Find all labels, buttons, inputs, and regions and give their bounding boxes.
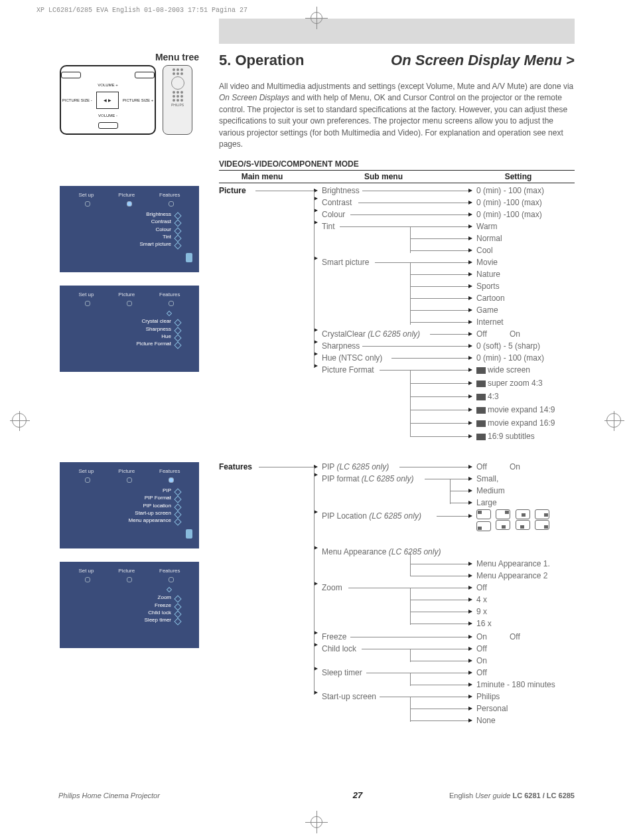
set-smart-internet: Internet — [476, 317, 504, 327]
header-slab — [219, 19, 575, 44]
set-zoom-off: Off — [476, 583, 487, 592]
set-smart-nature: Nature — [476, 270, 500, 279]
sub-piploc: PIP Location (LC 6285 only) — [322, 511, 421, 521]
main-picture: Picture — [219, 186, 246, 195]
sub-contrast: Contrast — [322, 198, 352, 207]
set-pfmt-subtitles: 16:9 subtitles — [476, 432, 535, 441]
menu-tree: Picture Brightness 0 (min) - 100 (max) C… — [219, 183, 575, 734]
sub-pip: PIP (LC 6285 only) — [322, 462, 389, 471]
sub-smart: Smart picture — [322, 258, 369, 267]
set-pfmt-43: 4:3 — [476, 392, 499, 401]
print-header: XP LC6281/6285 EVA English 01-08-2003 17… — [36, 7, 247, 14]
hdr-main: Main menu — [219, 172, 305, 181]
set-zoom-4: 4 x — [476, 595, 487, 604]
device-thumbnail: VOLUME + PICTURE SIZE - ◀ ▶ PICTURE SIZE… — [60, 65, 199, 138]
sub-brightness: Brightness — [322, 186, 360, 195]
hdr-sub: Sub menu — [305, 172, 462, 181]
set-pfmt-149: movie expand 14:9 — [476, 405, 555, 414]
sub-crystal: CrystalClear (LC 6285 only) — [322, 329, 420, 339]
remote-thumbnail: PHILIPS — [163, 65, 192, 135]
sub-tint: Tint — [322, 222, 335, 231]
intro-paragraph: All video and Multimedia adjustments and… — [219, 81, 575, 150]
footer-page: 27 — [353, 790, 362, 800]
sub-hue: Hue (NTSC only) — [322, 353, 382, 363]
set-sleep-off: Off — [476, 668, 487, 677]
sub-sleep: Sleep timer — [322, 668, 362, 677]
set-freeze-off: Off — [510, 632, 520, 641]
footer-right: English User guide LC 6281 / LC 6285 — [449, 792, 575, 799]
osd-thumb-picture-1: Set upPictureFeatures BrightnessContrast… — [60, 186, 199, 272]
set-pip-on: On — [510, 462, 520, 471]
set-smart-cartoon: Cartoon — [476, 294, 505, 303]
set-child-off: Off — [476, 644, 487, 653]
set-pipfmt-small: Small, — [476, 474, 498, 483]
sub-menuapp: Menu Appearance (LC 6285 only) — [322, 547, 441, 556]
set-piploc-icons — [476, 509, 552, 531]
set-sleep-range: 1minute - 180 minutes — [476, 680, 555, 689]
sub-startup: Start-up screen — [322, 692, 376, 701]
set-crystal-off: Off — [476, 329, 487, 339]
set-hue: 0 (min) - 100 (max) — [476, 353, 544, 363]
set-freeze-on: On — [476, 632, 487, 641]
page-heading: 5. Operation On Screen Display Menu > — [219, 52, 575, 69]
page-footer: Philips Home Cinema Projector 27 English… — [58, 790, 575, 800]
set-pipfmt-med: Medium — [476, 486, 505, 495]
sub-child: Child lock — [322, 644, 356, 653]
set-smart-sports: Sports — [476, 282, 500, 291]
set-startup-philips: Philips — [476, 692, 500, 701]
hdr-setting: Setting — [462, 172, 575, 181]
sub-colour: Colour — [322, 210, 345, 219]
sub-zoom: Zoom — [322, 583, 342, 592]
set-tint-cool: Cool — [476, 246, 493, 255]
set-pip-off: Off — [476, 462, 487, 471]
set-colour: 0 (min) -100 (max) — [476, 210, 542, 219]
set-brightness: 0 (min) - 100 (max) — [476, 186, 544, 195]
set-tint-normal: Normal — [476, 234, 502, 243]
tree-header: Main menu Sub menu Setting — [219, 170, 575, 183]
set-menuapp-2: Menu Appearance 2 — [476, 571, 547, 580]
set-menuapp-1: Menu Appearance 1. — [476, 559, 550, 568]
set-tint-warm: Warm — [476, 222, 498, 231]
set-zoom-16: 16 x — [476, 619, 492, 628]
set-startup-personal: Personal — [476, 704, 508, 713]
set-zoom-9: 9 x — [476, 607, 487, 616]
section-number: 5. Operation — [219, 52, 304, 69]
set-child-on: On — [476, 656, 487, 665]
set-smart-movie: Movie — [476, 258, 498, 267]
set-crystal-on: On — [510, 329, 520, 339]
sub-pfmt: Picture Format — [322, 365, 374, 375]
set-pfmt-superzoom: super zoom 4:3 — [476, 378, 543, 388]
set-pfmt-wide: wide screen — [476, 365, 530, 375]
main-features: Features — [219, 462, 252, 471]
osd-thumb-features-2: Set upPictureFeatures ZoomFreeze Child l… — [60, 562, 199, 648]
set-smart-game: Game — [476, 305, 498, 315]
sub-freeze: Freeze — [322, 632, 346, 641]
menu-tree-label: Menu tree — [60, 52, 199, 62]
osd-thumb-features-1: Set upPictureFeatures PIPPIP Format PIP … — [60, 462, 199, 548]
osd-thumb-picture-2: Set upPictureFeatures Crystal clearSharp… — [60, 286, 199, 372]
section-title: On Screen Display Menu > — [391, 52, 575, 69]
set-contrast: 0 (min) -100 (max) — [476, 198, 542, 207]
footer-left: Philips Home Cinema Projector — [58, 792, 160, 799]
set-sharp: 0 (soft) - 5 (sharp) — [476, 341, 540, 351]
crop-mark-bottom — [305, 811, 328, 833]
set-startup-none: None — [476, 716, 496, 725]
crop-mark-top — [305, 7, 328, 29]
set-pfmt-169: movie expand 16:9 — [476, 418, 555, 428]
sub-sharp: Sharpness — [322, 341, 360, 351]
set-pipfmt-large: Large — [476, 498, 497, 507]
sub-pipfmt: PIP format (LC 6285 only) — [322, 474, 414, 483]
mode-title: VIDEO/S-VIDEO/COMPONENT MODE — [219, 159, 575, 169]
